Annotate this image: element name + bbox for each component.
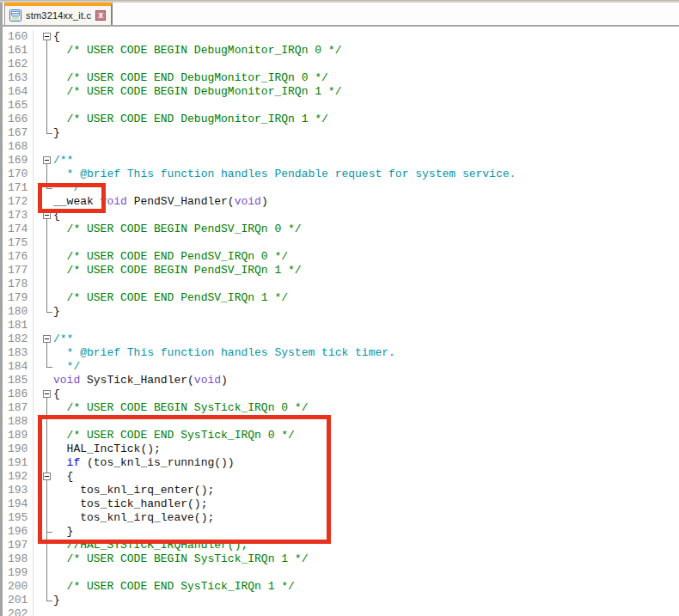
code-text[interactable]: /* USER CODE BEGIN SysTick_IRQn 0 */ xyxy=(53,401,679,415)
code-line[interactable]: 171 */ xyxy=(3,181,679,195)
code-line[interactable]: 183 * @brief This function handles Syste… xyxy=(3,346,679,360)
code-text[interactable]: } xyxy=(53,525,679,539)
code-text[interactable]: */ xyxy=(53,181,679,195)
fold-margin[interactable] xyxy=(34,154,53,168)
code-text[interactable]: { xyxy=(53,30,679,44)
code-line[interactable]: 175 xyxy=(3,236,679,250)
code-text[interactable]: { xyxy=(53,209,679,223)
code-text[interactable]: /* USER CODE END DebugMonitor_IRQn 1 */ xyxy=(53,113,679,126)
code-line[interactable]: 193 tos_knl_irq_enter(); xyxy=(3,484,679,497)
code-line[interactable]: 194 tos_tick_handler(); xyxy=(3,497,679,511)
code-text[interactable]: /* USER CODE END PendSV_IRQn 0 */ xyxy=(53,250,679,264)
code-line[interactable]: 196 } xyxy=(3,525,679,539)
fold-margin[interactable] xyxy=(34,470,53,484)
code-line[interactable]: 192 { xyxy=(3,470,679,484)
fold-margin[interactable] xyxy=(34,209,53,223)
code-text[interactable]: /* USER CODE BEGIN PendSV_IRQn 1 */ xyxy=(53,264,679,278)
code-line[interactable]: 202 xyxy=(3,607,679,616)
code-line[interactable]: 182/** xyxy=(3,332,679,346)
tab-stm32-it-file[interactable]: stm3214xx_it.c x xyxy=(4,3,113,25)
code-line[interactable]: 177 /* USER CODE BEGIN PendSV_IRQn 1 */ xyxy=(3,264,679,278)
code-text[interactable] xyxy=(53,278,679,291)
code-line[interactable]: 188 xyxy=(3,415,679,429)
fold-margin[interactable] xyxy=(34,332,53,346)
code-line[interactable]: 181 xyxy=(3,319,679,332)
code-line[interactable]: 198 /* USER CODE BEGIN SysTick_IRQn 1 */ xyxy=(3,552,679,566)
code-text[interactable]: /** xyxy=(53,154,679,168)
code-text[interactable]: } xyxy=(53,126,679,140)
code-line[interactable]: 174 /* USER CODE BEGIN PendSV_IRQn 0 */ xyxy=(3,223,679,236)
code-line[interactable]: 162 xyxy=(3,58,679,71)
code-text[interactable] xyxy=(53,99,679,113)
code-line[interactable]: 176 /* USER CODE END PendSV_IRQn 0 */ xyxy=(3,250,679,264)
code-text[interactable]: if (tos_knl_is_running()) xyxy=(53,456,679,470)
code-text[interactable]: /* USER CODE END PendSV_IRQn 1 */ xyxy=(53,291,679,305)
code-line[interactable]: 184 */ xyxy=(3,360,679,374)
code-text[interactable]: /* USER CODE BEGIN DebugMonitor_IRQn 1 *… xyxy=(53,85,679,99)
code-text[interactable]: * @brief This function handles System ti… xyxy=(53,346,679,360)
code-text[interactable]: /* USER CODE BEGIN PendSV_IRQn 0 */ xyxy=(53,223,679,236)
code-line[interactable]: 164 /* USER CODE BEGIN DebugMonitor_IRQn… xyxy=(3,85,679,99)
code-text[interactable]: /* USER CODE END SysTick_IRQn 1 */ xyxy=(53,580,679,594)
code-text[interactable] xyxy=(53,566,679,580)
code-text[interactable]: //HAL_SYSTICK_IRQHandler(); xyxy=(53,539,679,552)
code-text[interactable] xyxy=(53,607,679,616)
code-text[interactable]: /** xyxy=(53,332,679,346)
code-line[interactable]: 180} xyxy=(3,305,679,319)
code-text[interactable]: } xyxy=(53,594,679,607)
code-line[interactable]: 165 xyxy=(3,99,679,113)
fold-toggle-icon[interactable] xyxy=(43,390,51,398)
code-text[interactable]: * @brief This function handles Pendable … xyxy=(53,168,679,181)
code-line[interactable]: 170 * @brief This function handles Penda… xyxy=(3,168,679,181)
code-text[interactable]: /* USER CODE BEGIN DebugMonitor_IRQn 0 *… xyxy=(53,44,679,58)
code-text[interactable]: /* USER CODE END SysTick_IRQn 0 */ xyxy=(53,429,679,442)
code-text[interactable] xyxy=(53,319,679,332)
code-line[interactable]: 172__weak void PendSV_Handler(void) xyxy=(3,195,679,209)
fold-margin[interactable] xyxy=(34,30,53,44)
code-text[interactable]: HAL_IncTick(); xyxy=(53,442,679,456)
code-text[interactable]: void SysTick_Handler(void) xyxy=(53,374,679,387)
code-text[interactable]: tos_knl_irq_leave(); xyxy=(53,511,679,525)
code-editor-area[interactable]: 160{161 /* USER CODE BEGIN DebugMonitor_… xyxy=(0,27,679,616)
code-line[interactable]: 191 if (tos_knl_is_running()) xyxy=(3,456,679,470)
fold-margin[interactable] xyxy=(34,387,53,401)
code-text[interactable]: __weak void PendSV_Handler(void) xyxy=(53,195,679,209)
code-line[interactable]: 200 /* USER CODE END SysTick_IRQn 1 */ xyxy=(3,580,679,594)
code-text[interactable]: tos_knl_irq_enter(); xyxy=(53,484,679,497)
code-text[interactable] xyxy=(53,236,679,250)
code-line[interactable]: 189 /* USER CODE END SysTick_IRQn 0 */ xyxy=(3,429,679,442)
close-x-icon[interactable]: x xyxy=(95,10,106,21)
code-line[interactable]: 201} xyxy=(3,594,679,607)
code-text[interactable]: /* USER CODE BEGIN SysTick_IRQn 1 */ xyxy=(53,552,679,566)
code-text[interactable] xyxy=(53,415,679,429)
code-text[interactable]: { xyxy=(53,387,679,401)
fold-toggle-icon[interactable] xyxy=(43,156,51,164)
code-line[interactable]: 190 HAL_IncTick(); xyxy=(3,442,679,456)
code-line[interactable]: 166 /* USER CODE END DebugMonitor_IRQn 1… xyxy=(3,113,679,126)
code-text[interactable] xyxy=(53,58,679,71)
code-line[interactable]: 168 xyxy=(3,140,679,154)
code-line[interactable]: 195 tos_knl_irq_leave(); xyxy=(3,511,679,525)
code-line[interactable]: 185void SysTick_Handler(void) xyxy=(3,374,679,387)
code-line[interactable]: 161 /* USER CODE BEGIN DebugMonitor_IRQn… xyxy=(3,44,679,58)
code-text[interactable]: } xyxy=(53,305,679,319)
code-line[interactable]: 179 /* USER CODE END PendSV_IRQn 1 */ xyxy=(3,291,679,305)
fold-toggle-icon[interactable] xyxy=(43,211,51,219)
fold-toggle-icon[interactable] xyxy=(43,335,51,343)
code-line[interactable]: 199 xyxy=(3,566,679,580)
fold-toggle-icon[interactable] xyxy=(43,33,51,40)
code-text[interactable]: { xyxy=(53,470,679,484)
code-line[interactable]: 197 //HAL_SYSTICK_IRQHandler(); xyxy=(3,539,679,552)
code-line[interactable]: 169/** xyxy=(3,154,679,168)
code-text[interactable] xyxy=(53,140,679,154)
code-line[interactable]: 187 /* USER CODE BEGIN SysTick_IRQn 0 */ xyxy=(3,401,679,415)
code-line[interactable]: 186{ xyxy=(3,387,679,401)
code-line[interactable]: 167} xyxy=(3,126,679,140)
code-text[interactable]: tos_tick_handler(); xyxy=(53,497,679,511)
code-line[interactable]: 163 /* USER CODE END DebugMonitor_IRQn 0… xyxy=(3,71,679,85)
fold-toggle-icon[interactable] xyxy=(43,473,51,480)
code-line[interactable]: 173{ xyxy=(3,209,679,223)
code-line[interactable]: 160{ xyxy=(3,30,679,44)
code-text[interactable]: /* USER CODE END DebugMonitor_IRQn 0 */ xyxy=(53,71,679,85)
code-text[interactable]: */ xyxy=(53,360,679,374)
